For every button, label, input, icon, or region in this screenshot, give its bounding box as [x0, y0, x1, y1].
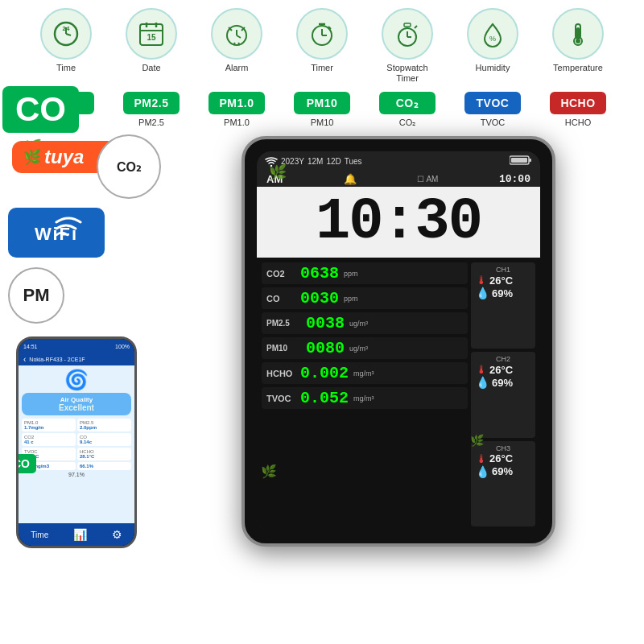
svg-line-3	[66, 34, 71, 35]
sensor-value-pm10: 0080	[306, 339, 345, 357]
co2-bubble: CO₂	[97, 134, 161, 199]
sensor-row-tvoc: TVOC 0.052 mg/m³	[262, 387, 468, 409]
phone-nav-time[interactable]: Time	[31, 530, 48, 539]
phone-time: 14:51	[23, 344, 38, 349]
channel-3-block: CH3 🌡 26°C 💧 69%	[471, 441, 535, 527]
icon-alarm: Alarm	[196, 8, 277, 73]
date-label: Date	[142, 63, 160, 73]
channel-1-temp-row: 🌡 26°C	[476, 274, 530, 287]
phone-data-grid: PM1.0 1.7mg/m PM2.5 2.0ppm CO2 41 c CO	[22, 419, 131, 470]
pm10b-badge-item: PM1.0 PM1.0	[196, 92, 277, 127]
phone-cell-hcho: HCHO 28.1°C	[77, 448, 131, 460]
channel-2-label: CH2	[476, 355, 530, 363]
device-leaf-1: 🌿	[269, 163, 287, 181]
svg-line-26	[415, 26, 417, 28]
ch3-hum-val: 69%	[492, 465, 513, 477]
phone-aq-title: Air Quality	[30, 396, 123, 403]
sensor-unit-co2: ppm	[344, 270, 358, 278]
tvoc-badge-item: TVOC TVOC	[452, 92, 533, 127]
phone-nav-chart[interactable]: 📊	[73, 528, 87, 541]
pm10-badge-item: PM10 PM10	[282, 92, 362, 127]
device-status-bar: 2023Y 12M 12D Tues	[257, 151, 540, 171]
phone-cell-co: CO 9.14c	[77, 433, 131, 446]
stopwatch-label: StopwatchTimer	[386, 63, 427, 84]
sensor-row-pm10: PM10 0080 ug/m³	[262, 337, 468, 359]
co2-sensor-label: CO₂	[399, 118, 416, 128]
phone-back-icon[interactable]: ‹	[23, 355, 26, 364]
tuya-text: tuya	[44, 146, 84, 168]
sensors-right: CH1 🌡 26°C 💧 69% CH2	[471, 262, 535, 526]
svg-text:%: %	[489, 35, 496, 43]
pm-text: PM	[23, 285, 50, 306]
pm-bubble: PM	[8, 267, 64, 324]
sensor-row-co: CO 0030 ppm	[262, 287, 468, 309]
ch3-hum-icon: 💧	[476, 465, 489, 478]
device-container: 🌿 🌿 🌿 2023Y 12M	[161, 134, 636, 548]
device-alarm-indicator: ☐ AM	[417, 175, 438, 184]
icon-timer: Timer	[282, 8, 362, 73]
pm25-sensor-badge: PM2.5	[123, 92, 180, 114]
sensor-unit-pm25: ug/m³	[349, 320, 368, 328]
co2-badge-item: CO₂ CO₂	[367, 92, 448, 128]
phone-nav-bar: ‹ Nokia-RF433 - 2CE1F	[19, 353, 134, 365]
phone-extra-data: 97.1%	[68, 472, 85, 477]
co2-bubble-text: CO₂	[117, 159, 141, 175]
device-alarm-time: 10:00	[499, 173, 530, 185]
co2-sensor-badge: CO₂	[379, 92, 436, 114]
left-column: 🌿 🌿 🌿 tuya CO₂ WiFi	[8, 134, 153, 548]
sensor-unit-tvoc: mg/m³	[353, 394, 374, 402]
channel-2-block: CH2 🌡 26°C 💧 69%	[471, 352, 535, 438]
phone-air-icon: 🌀	[64, 369, 89, 391]
bottom-section: 🌿 🌿 🌿 tuya CO₂ WiFi	[0, 128, 644, 555]
device-day: 12D	[326, 157, 341, 166]
phone-battery: 100%	[115, 344, 130, 349]
sensor-row-pm25: PM2.5 0038 ug/m³	[262, 312, 468, 334]
ch1-temp-icon: 🌡	[476, 274, 487, 287]
phone-nav-title: Nokia-RF433 - 2CE1F	[29, 357, 85, 362]
phone-aq-value: Excellent	[30, 403, 123, 412]
sensor-value-tvoc: 0.052	[300, 389, 349, 407]
time-label: Time	[56, 63, 76, 73]
co-large-badge: CO	[2, 86, 79, 133]
sensors-left: CO2 0638 ppm CO 0030 ppm PM2.5 0038	[262, 262, 468, 526]
channel-3-label: CH3	[476, 444, 530, 452]
pm25-badge-item: PM2.5 PM2.5	[111, 92, 192, 127]
sensor-unit-pm10: ug/m³	[349, 345, 368, 353]
pm10b-sensor-badge: PM1.0	[208, 92, 265, 114]
temperature-icon	[552, 8, 604, 60]
ch2-hum-val: 69%	[492, 377, 513, 389]
sensor-badges-row: CO CO PM2.5 PM2.5 PM1.0 PM1.0 PM10 PM10 …	[0, 84, 644, 128]
timer-label: Timer	[311, 63, 333, 73]
phone-nav-settings[interactable]: ⚙	[112, 528, 122, 541]
tvoc-sensor-label: TVOC	[481, 118, 506, 127]
phone-status-bar: 14:51 100%	[19, 339, 134, 353]
svg-point-31	[576, 39, 580, 43]
alarm-icon	[211, 8, 262, 60]
phone-mockup: 14:51 100% ‹ Nokia-RF433 - 2CE1F 🌀 Air Q…	[16, 336, 137, 548]
channel-2-hum-row: 💧 69%	[476, 376, 530, 389]
device-speaker-icon: 🔔	[344, 173, 357, 185]
sensor-name-pm25: PM2.5	[266, 319, 303, 328]
stopwatch-icon	[382, 8, 433, 60]
ch1-hum-icon: 💧	[476, 287, 489, 299]
icon-temperature: Temperature	[538, 8, 618, 73]
phone-bottom-nav: Time 📊 ⚙	[19, 523, 134, 546]
pm10-sensor-label: PM10	[311, 118, 334, 127]
wifi-text: WiFi	[21, 214, 92, 251]
device-screen: 2023Y 12M 12D Tues AM	[257, 151, 540, 531]
icon-time: 24 Time	[26, 8, 106, 73]
phone-content: 🌀 Air Quality Excellent PM1.0 1.7mg/m P	[19, 365, 134, 523]
svg-text:15: 15	[147, 33, 156, 42]
ch3-temp-icon: 🌡	[476, 452, 487, 465]
ch3-temp-val: 26°C	[489, 452, 513, 464]
channel-1-block: CH1 🌡 26°C 💧 69%	[471, 262, 535, 349]
time-icon: 24	[40, 8, 92, 60]
sensor-name-tvoc: TVOC	[266, 394, 297, 403]
hcho-sensor-label: HCHO	[565, 118, 591, 127]
top-icons-row: 24 Time 15 Date	[0, 0, 644, 84]
device-clock: 10:30	[257, 187, 540, 258]
device-leaf-2: 🌿	[261, 464, 277, 479]
sensor-value-pm25: 0038	[306, 314, 345, 332]
ch2-temp-icon: 🌡	[476, 363, 487, 376]
sensor-row-co2: CO2 0638 ppm	[262, 262, 468, 284]
